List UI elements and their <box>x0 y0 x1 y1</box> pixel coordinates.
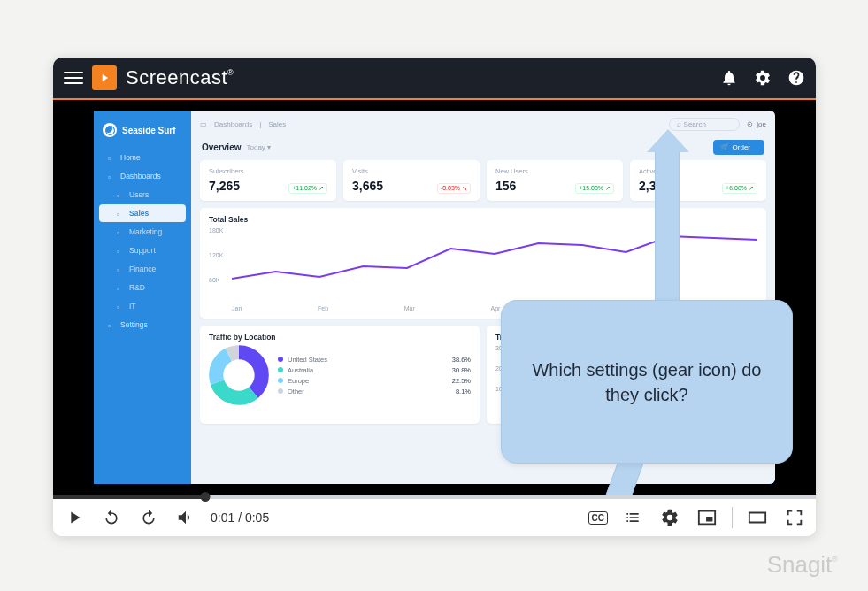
app-topbar: Screencast® <box>53 58 816 100</box>
time-display: 0:01 / 0:05 <box>211 510 269 525</box>
dashboard-brand: Seaside Surf <box>94 119 191 148</box>
volume-icon <box>176 508 196 527</box>
gear-icon <box>660 508 680 527</box>
seek-bar[interactable] <box>53 495 816 499</box>
menu-button[interactable] <box>64 72 83 84</box>
panel-title: Traffic by Location <box>209 333 471 342</box>
range-dropdown[interactable]: Today ▾ <box>246 143 271 151</box>
donut-chart <box>209 345 269 405</box>
chapters-button[interactable] <box>620 505 645 530</box>
forward-icon <box>140 509 157 526</box>
order-button[interactable]: 🛒 Order <box>713 140 764 155</box>
sidebar-item-users[interactable]: ▫Users <box>99 186 186 203</box>
settings-button[interactable] <box>657 505 682 530</box>
help-icon[interactable] <box>787 69 805 87</box>
forward-button[interactable] <box>136 505 161 530</box>
kpi-card: New Users156+15.03% ↗ <box>487 160 623 201</box>
brand-logo-icon <box>103 123 117 137</box>
rectangle-icon <box>748 508 767 527</box>
pip-icon <box>697 508 717 527</box>
rewind-button[interactable] <box>99 505 124 530</box>
captions-button[interactable]: CC <box>588 511 608 525</box>
sidebar-item-marketing[interactable]: ▫Marketing <box>99 223 186 241</box>
video-viewport: Seaside Surf ▫Home▫Dashboards▫Users▫Sale… <box>53 100 816 495</box>
sidebar-item-r&d[interactable]: ▫R&D <box>99 279 186 296</box>
brand-name: Screencast® <box>126 66 234 89</box>
pip-button[interactable] <box>695 505 719 530</box>
sidebar-item-home[interactable]: ▫Home <box>99 149 186 166</box>
dashboard-sidebar: Seaside Surf ▫Home▫Dashboards▫Users▫Sale… <box>94 111 191 484</box>
screencast-logo[interactable] <box>92 65 117 90</box>
rewind-icon <box>103 509 120 526</box>
player-controls: 0:01 / 0:05 CC <box>53 499 816 536</box>
fullscreen-button[interactable] <box>782 505 807 530</box>
list-icon <box>624 509 641 526</box>
overview-title: Overview <box>202 142 241 152</box>
callout-bubble: Which settings (gear icon) do they click… <box>501 300 793 464</box>
bell-icon[interactable] <box>720 69 738 87</box>
kpi-card: Subscribers7,265+11.02% ↗ <box>200 160 336 201</box>
theater-button[interactable] <box>745 505 770 530</box>
svg-point-4 <box>225 361 253 389</box>
video-player: Screencast® Seaside Surf ▫Home▫Dashboard… <box>53 58 816 536</box>
fullscreen-icon <box>785 508 804 527</box>
user-menu[interactable]: ⊙ joe <box>747 120 766 128</box>
traffic-location-panel: Traffic by Location United States38.6%Au… <box>200 326 480 424</box>
play-icon <box>65 508 84 527</box>
sidebar-item-dashboards[interactable]: ▫Dashboards <box>99 167 186 185</box>
kpi-card: Visits3,665-0.03% ↘ <box>343 160 480 201</box>
sidebar-item-support[interactable]: ▫Support <box>99 242 186 259</box>
gear-icon[interactable] <box>754 69 772 87</box>
kpi-card: Active Users2,318+6.08% ↗ <box>630 160 766 201</box>
callout-arrow-up <box>655 144 680 303</box>
sidebar-item-it[interactable]: ▫IT <box>99 297 186 315</box>
sidebar-item-settings[interactable]: ▫Settings <box>99 316 186 334</box>
play-button[interactable] <box>62 505 87 530</box>
snagit-watermark: Snagit® <box>767 551 838 579</box>
sidebar-item-finance[interactable]: ▫Finance <box>99 260 186 278</box>
separator <box>732 507 733 528</box>
play-icon <box>98 72 111 84</box>
sidebar-item-sales[interactable]: ▫Sales <box>99 204 186 222</box>
volume-button[interactable] <box>173 505 198 530</box>
